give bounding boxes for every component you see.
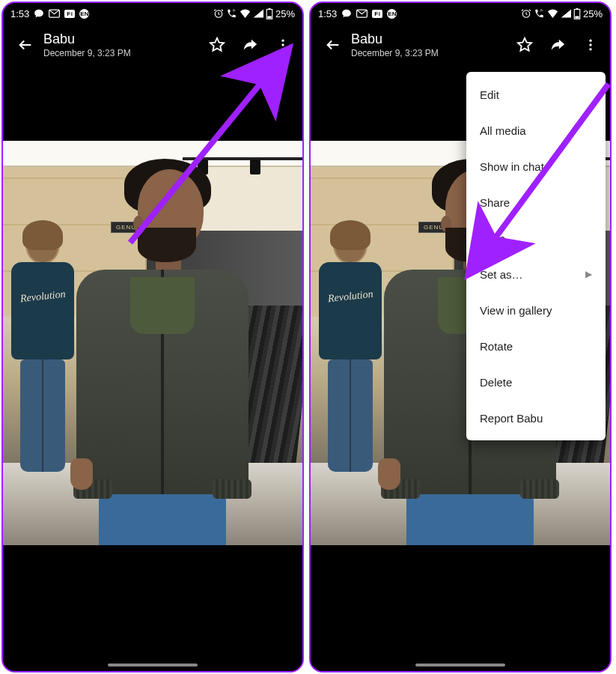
forward-button[interactable] <box>235 30 265 60</box>
status-time: 1:53 <box>318 8 337 19</box>
forward-button[interactable] <box>543 30 573 60</box>
wifi-icon <box>240 9 251 18</box>
menu-label: View in gallery <box>480 304 552 317</box>
svg-point-15 <box>589 43 591 46</box>
menu-label: Save <box>480 232 505 245</box>
contact-name: Babu <box>43 31 202 47</box>
back-button[interactable] <box>318 30 348 60</box>
star-icon <box>209 37 225 53</box>
media-timestamp: December 9, 3:23 PM <box>351 48 510 58</box>
menu-item-all-media[interactable]: All media <box>466 112 606 148</box>
svg-rect-13 <box>575 16 579 18</box>
more-vertical-icon <box>583 37 598 52</box>
forward-icon <box>241 37 259 53</box>
media-timestamp: December 9, 3:23 PM <box>43 48 202 58</box>
menu-item-delete[interactable]: Delete <box>466 364 606 400</box>
menu-item-save[interactable]: Save <box>466 220 606 256</box>
signal-icon <box>253 9 263 18</box>
menu-label: All media <box>480 124 526 137</box>
svg-point-5 <box>281 40 284 42</box>
more-options-button[interactable] <box>268 30 298 60</box>
star-button[interactable] <box>202 30 232 60</box>
status-time: 1:53 <box>10 8 29 19</box>
svg-rect-4 <box>267 16 271 18</box>
menu-label: Rotate <box>480 340 513 353</box>
chat-bubble-icon <box>341 8 352 19</box>
contact-name: Babu <box>351 31 510 47</box>
menu-item-set-as[interactable]: Set as… ▶ <box>466 256 606 292</box>
header-title-block[interactable]: Babu December 9, 3:23 PM <box>348 31 510 58</box>
fi-badge-icon: Fi <box>372 10 382 18</box>
menu-item-share[interactable]: Share <box>466 184 606 220</box>
menu-label: Report Babu <box>480 412 543 425</box>
chevron-right-icon: ▶ <box>585 269 592 279</box>
star-button[interactable] <box>510 30 540 60</box>
photo-content: GENUINE LEAT <box>3 141 302 545</box>
menu-label: Show in chat <box>480 160 544 173</box>
menu-label: Share <box>480 196 510 209</box>
menu-item-edit[interactable]: Edit <box>466 76 606 112</box>
svg-point-6 <box>281 43 284 46</box>
photo-viewer[interactable]: GENUINE LEAT <box>3 66 302 671</box>
svg-point-14 <box>589 40 591 42</box>
alarm-icon <box>521 8 531 19</box>
chat-bubble-icon <box>34 8 44 19</box>
more-vertical-icon <box>275 37 290 52</box>
navigation-handle[interactable] <box>415 664 505 667</box>
fi-badge-icon: Fi <box>64 10 75 18</box>
app-header: Babu December 9, 3:23 PM <box>3 24 302 66</box>
phone-screenshot-left: 1:53 Fi EN <box>1 1 304 673</box>
status-battery-pct: 25% <box>275 8 295 19</box>
forward-icon <box>549 37 567 53</box>
arrow-left-icon <box>17 37 34 53</box>
gmail-icon <box>356 9 368 18</box>
battery-icon <box>266 8 273 19</box>
phone-screenshot-right: 1:53 Fi EN <box>309 1 612 673</box>
back-button[interactable] <box>10 30 40 60</box>
signal-icon <box>561 9 571 18</box>
svg-point-16 <box>589 48 591 50</box>
more-options-button[interactable] <box>576 30 606 60</box>
language-badge-icon: EN <box>387 9 397 19</box>
menu-item-rotate[interactable]: Rotate <box>466 328 606 364</box>
navigation-handle[interactable] <box>108 664 198 667</box>
svg-point-7 <box>281 48 284 50</box>
status-bar: 1:53 Fi EN <box>311 3 610 24</box>
status-battery-pct: 25% <box>583 8 603 19</box>
menu-item-report[interactable]: Report Babu <box>466 400 606 436</box>
menu-item-show-in-chat[interactable]: Show in chat <box>466 148 606 184</box>
status-bar: 1:53 Fi EN <box>3 3 302 24</box>
app-header: Babu December 9, 3:23 PM <box>311 24 610 66</box>
wifi-calling-icon <box>534 8 545 19</box>
language-badge-icon: EN <box>79 9 89 19</box>
menu-item-view-in-gallery[interactable]: View in gallery <box>466 292 606 328</box>
menu-label: Edit <box>480 88 499 101</box>
menu-label: Delete <box>480 376 512 389</box>
header-title-block[interactable]: Babu December 9, 3:23 PM <box>40 31 202 58</box>
arrow-left-icon <box>325 37 341 53</box>
star-icon <box>516 37 533 53</box>
gmail-icon <box>49 9 60 18</box>
battery-icon <box>573 8 581 19</box>
wifi-calling-icon <box>226 8 237 19</box>
overflow-menu: Edit All media Show in chat Share Save S… <box>466 72 606 440</box>
menu-label: Set as… <box>480 268 523 281</box>
alarm-icon <box>213 8 224 19</box>
wifi-icon <box>547 9 558 18</box>
